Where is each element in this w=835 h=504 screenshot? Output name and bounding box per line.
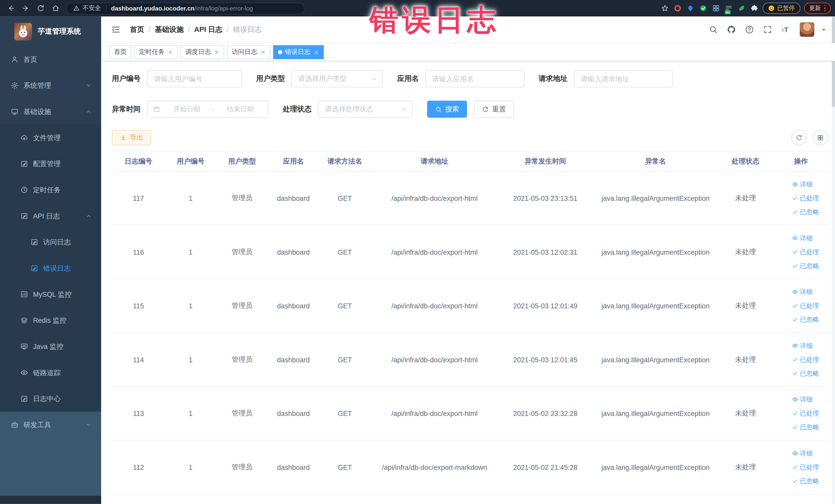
process-status-select[interactable]: 请选择处理状态 [318,101,413,118]
app-logo[interactable]: 芋道管理系统 [0,16,101,46]
sidebar-item-错误日志[interactable]: 错误日志 [0,255,101,281]
action-详细[interactable]: 详细 [792,287,813,296]
action-已忽略[interactable]: 已忽略 [792,261,819,270]
sidebar-item-label: Java 监控 [33,342,63,351]
action-已忽略[interactable]: 已忽略 [792,477,819,485]
pin-extension-icon[interactable] [686,4,695,13]
ring-extension-icon[interactable] [673,4,682,13]
update-button[interactable]: 更新 [804,3,831,14]
close-icon[interactable] [214,49,220,55]
action-已忽略[interactable]: 已忽略 [792,369,819,378]
star-extension-icon[interactable] [660,4,669,13]
breadcrumb-item-首页[interactable]: 首页 [130,25,144,34]
tab-首页[interactable]: 首页 [109,45,131,59]
export-button[interactable]: 导出 [112,130,151,145]
action-详细[interactable]: 详细 [792,449,813,458]
on-badge: on [725,10,731,14]
cell-exception: java.lang.IllegalArgumentException [592,333,719,387]
action-已处理[interactable]: 已处理 [792,194,819,203]
github-icon[interactable] [727,25,736,34]
sidebar-item-MySQL-监控[interactable]: MySQL 监控 [0,281,101,307]
sidebar-item-Redis-监控[interactable]: Redis 监控 [0,307,101,334]
sidebar-item-系统管理[interactable]: 系统管理 [0,73,101,99]
grid4-extension-icon[interactable] [711,4,720,13]
tab-错误日志[interactable]: 错误日志 [273,45,324,59]
address-bar[interactable]: 不安全 dashboard.yudao.iocoder.cn/infra/log… [66,2,304,14]
sidebar-item-文件管理[interactable]: 文件管理 [0,124,101,151]
forward-icon[interactable] [19,2,32,15]
action-label: 已忽略 [800,315,819,324]
action-详细[interactable]: 详细 [792,341,813,350]
close-icon[interactable] [314,49,319,55]
active-dot-icon [278,50,282,54]
sidebar-item-研发工具[interactable]: 研发工具 [0,412,101,438]
cell-id: 112 [112,440,165,494]
sidebar-item-基础设施[interactable]: 基础设施 [0,99,101,125]
table-row: 1141管理员dashboardGET/api/infra/db-doc/exp… [112,333,830,387]
cell-operations: 详细已处理已忽略 [772,225,830,279]
action-label: 已处理 [800,301,819,310]
search-button[interactable]: 搜索 [427,101,467,118]
breadcrumb-item-API-日志[interactable]: API 日志 [194,25,223,34]
user-type-select[interactable]: 请选择用户类型 [291,70,383,87]
help-icon[interactable] [745,25,754,34]
action-详细[interactable]: 详细 [792,395,813,404]
action-已处理[interactable]: 已处理 [792,301,819,310]
back-icon[interactable] [4,2,17,15]
text-size-icon[interactable]: TT [781,25,790,34]
action-详细[interactable]: 详细 [792,234,813,243]
action-已忽略[interactable]: 已忽略 [792,207,819,217]
menu-dots-icon[interactable] [824,5,825,11]
page-scrollbar[interactable] [832,16,835,504]
list-on-extension-icon[interactable]: on [724,4,733,13]
leaf-extension-icon[interactable] [737,4,746,13]
sidebar-item-配置管理[interactable]: 配置管理 [0,151,101,177]
exception-time-range-picker[interactable]: 开始日期 - 结束日期 [147,101,268,118]
close-icon[interactable] [260,49,266,55]
cell-user_id: 1 [165,333,216,387]
scrollbar-thumb[interactable] [832,16,835,107]
tab-调度日志[interactable]: 调度日志 [180,45,224,59]
check-icon [792,478,798,484]
paused-extension-badge[interactable]: 已暂停 [762,3,800,14]
sidebar-item-首页[interactable]: 首页 [0,46,101,73]
sidebar-item-日志中心[interactable]: 日志中心 [0,386,101,412]
puzzle-extension-icon[interactable] [750,4,758,13]
sidebar-item-定时任务[interactable]: 定时任务 [0,177,101,203]
column-settings-button[interactable] [813,130,828,145]
action-已忽略[interactable]: 已忽略 [792,315,819,324]
sidebar-item-Java-监控[interactable]: Java 监控 [0,334,101,360]
action-详细[interactable]: 详细 [792,180,813,189]
breadcrumb-item-基础设施[interactable]: 基础设施 [155,25,184,34]
app-name-input[interactable] [425,70,524,87]
sidebar-item-链路追踪[interactable]: 链路追踪 [0,360,101,386]
reload-icon[interactable] [34,2,47,15]
action-label: 已处理 [800,409,819,418]
action-已处理[interactable]: 已处理 [792,463,819,472]
cell-time: 2021-05-03 12:01:45 [498,333,592,387]
user-id-input[interactable] [147,70,242,87]
tab-定时任务[interactable]: 定时任务 [134,45,178,59]
avatar[interactable] [799,22,815,37]
action-已忽略[interactable]: 已忽略 [792,423,819,431]
sidebar-item-label: 首页 [23,55,37,64]
caret-down-icon[interactable] [821,26,827,33]
close-icon[interactable] [168,49,173,55]
request-url-input[interactable] [574,70,673,87]
check-circle-extension-icon[interactable] [698,4,708,13]
action-已处理[interactable]: 已处理 [792,409,819,418]
fullscreen-icon[interactable] [763,25,772,34]
sidebar-item-访问日志[interactable]: 访问日志 [0,229,101,255]
refresh-table-button[interactable] [791,130,807,145]
action-已处理[interactable]: 已处理 [792,355,819,364]
search-icon[interactable] [709,25,718,34]
app-title: 芋道管理系统 [38,27,81,36]
tab-访问日志[interactable]: 访问日志 [227,45,270,59]
cell-app: dashboard [268,171,319,225]
hamburger-icon[interactable] [111,24,121,35]
reset-button[interactable]: 重置 [474,101,514,118]
sidebar-item-API-日志[interactable]: API 日志 [0,203,101,229]
filter-row-2: 异常时间 开始日期 - 结束日期 处理状态 请选择处理状态 [112,101,830,118]
action-已处理[interactable]: 已处理 [792,247,819,257]
home-icon[interactable] [49,2,62,15]
